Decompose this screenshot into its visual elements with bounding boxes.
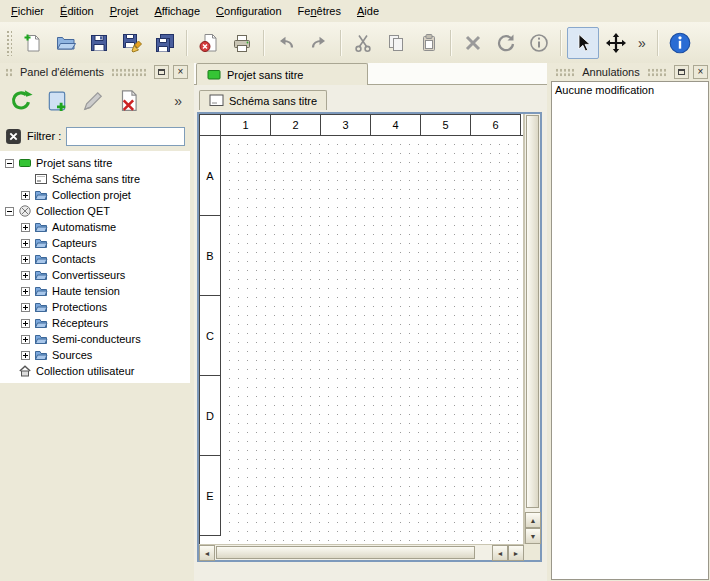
edit-element-button[interactable]: [78, 86, 108, 116]
clear-filter-button[interactable]: [5, 128, 22, 145]
row-header: E: [200, 456, 221, 536]
toolbar-grip[interactable]: [6, 30, 12, 56]
close-dock-button[interactable]: ×: [693, 65, 708, 79]
tree-item-contacts[interactable]: Contacts: [0, 251, 190, 267]
menu-edition[interactable]: Édition: [52, 1, 102, 21]
menu-aide[interactable]: Aide: [349, 1, 387, 21]
menu-configuration[interactable]: Configuration: [208, 1, 289, 21]
scroll-down-button[interactable]: ▼: [525, 528, 541, 544]
scroll-up-button[interactable]: ▲: [525, 512, 541, 528]
collapse-expander-icon[interactable]: [5, 207, 14, 216]
tree-item-collection-projet[interactable]: Collection projet: [0, 187, 190, 203]
new-document-button[interactable]: [17, 27, 49, 59]
expand-expander-icon[interactable]: [21, 287, 30, 296]
redo-button[interactable]: [303, 27, 335, 59]
tree-item-haute-tension[interactable]: Haute tension: [0, 283, 190, 299]
horizontal-scrollbar[interactable]: ◄ ◄ ►: [199, 544, 524, 560]
print-button[interactable]: [226, 27, 258, 59]
undo-button[interactable]: [270, 27, 302, 59]
toolbar-overflow-button[interactable]: »: [633, 35, 651, 51]
copy-button[interactable]: [380, 27, 412, 59]
tab-schema-sans-titre[interactable]: Schéma sans titre: [199, 90, 327, 110]
menu-affichage[interactable]: Affichage: [146, 1, 208, 21]
delete-button[interactable]: [457, 27, 489, 59]
toolbar-separator: [450, 30, 452, 56]
project-icon: [207, 69, 221, 81]
close-file-button[interactable]: [193, 27, 225, 59]
expand-expander-icon[interactable]: [21, 335, 30, 344]
horizontal-scrollbar-thumb[interactable]: [216, 546, 475, 559]
scroll-left-button[interactable]: ◄: [199, 545, 215, 561]
panel-toolbar-overflow-button[interactable]: »: [174, 93, 184, 109]
tree-item-collection-utilisateur[interactable]: Collection utilisateur: [0, 363, 190, 379]
tree-item-semi-conducteurs[interactable]: Semi-conducteurs: [0, 331, 190, 347]
scroll-left-button[interactable]: ◄: [492, 545, 508, 561]
redo-icon: [308, 32, 330, 54]
tree-item-sources[interactable]: Sources: [0, 347, 190, 363]
elements-panel-titlebar[interactable]: Panel d'éléments ×: [0, 63, 190, 81]
tree-item-recepteurs[interactable]: Récepteurs: [0, 315, 190, 331]
schema-grid[interactable]: [222, 137, 523, 544]
new-element-button[interactable]: [42, 86, 72, 116]
filter-input[interactable]: [66, 127, 185, 146]
reload-collections-button[interactable]: [6, 86, 36, 116]
new-element-icon: [44, 88, 70, 114]
menu-fenetres[interactable]: Fenêtres: [290, 1, 349, 21]
tree-item-protections[interactable]: Protections: [0, 299, 190, 315]
close-icon: ×: [698, 67, 704, 77]
new-document-icon: [22, 32, 44, 54]
project-icon: [18, 156, 32, 170]
expand-expander-icon[interactable]: [21, 239, 30, 248]
information-button[interactable]: [523, 27, 555, 59]
select-tool-button[interactable]: [567, 27, 599, 59]
rotate-button[interactable]: [490, 27, 522, 59]
expand-expander-icon[interactable]: [21, 319, 30, 328]
menu-fichier[interactable]: Fichier: [3, 1, 52, 21]
project-tab-label: Projet sans titre: [227, 69, 303, 81]
elements-panel-dock: Panel d'éléments × » Filtrer : Projet sa…: [0, 63, 190, 581]
paste-button[interactable]: [413, 27, 445, 59]
folder-icon: [34, 348, 48, 362]
open-project-button[interactable]: [50, 27, 82, 59]
tree-item-convertisseurs[interactable]: Convertisseurs: [0, 267, 190, 283]
scroll-right-button[interactable]: ►: [508, 545, 524, 561]
expand-expander-icon[interactable]: [21, 255, 30, 264]
tree-item-capteurs[interactable]: Capteurs: [0, 235, 190, 251]
about-button[interactable]: [664, 27, 696, 59]
undo-dock-titlebar[interactable]: Annulations ×: [550, 63, 710, 81]
save-all-button[interactable]: [149, 27, 181, 59]
delete-element-button[interactable]: [114, 86, 144, 116]
expand-expander-icon[interactable]: [21, 191, 30, 200]
tree-item-collection-qet[interactable]: Collection QET: [0, 203, 190, 219]
folder-icon: [34, 284, 48, 298]
rotate-icon: [495, 32, 517, 54]
tree-item-label: Protections: [52, 301, 107, 313]
schema-sheet[interactable]: 1 2 3 4 5 6 A B C D E: [199, 114, 524, 544]
undo-dock-title: Annulations: [582, 66, 640, 78]
close-dock-button[interactable]: ×: [173, 65, 188, 79]
tree-item-automatisme[interactable]: Automatisme: [0, 219, 190, 235]
collapse-expander-icon[interactable]: [5, 159, 14, 168]
tree-item-schema-sans-titre[interactable]: Schéma sans titre: [0, 171, 190, 187]
pan-tool-button[interactable]: [600, 27, 632, 59]
expand-expander-icon[interactable]: [21, 223, 30, 232]
undo-history-list[interactable]: Aucune modification: [551, 81, 709, 580]
vertical-scrollbar-thumb[interactable]: [526, 115, 539, 508]
expand-expander-icon[interactable]: [21, 351, 30, 360]
save-as-button[interactable]: [116, 27, 148, 59]
float-dock-button[interactable]: [674, 65, 689, 79]
vertical-scrollbar[interactable]: ▲ ▼: [524, 114, 540, 544]
menu-projet[interactable]: Projet: [102, 1, 147, 21]
tree-item-projet-sans-titre[interactable]: Projet sans titre: [0, 155, 190, 171]
expand-expander-icon[interactable]: [21, 271, 30, 280]
filter-label: Filtrer :: [27, 130, 61, 142]
schema-icon: [209, 94, 224, 107]
elements-panel-toolbar: »: [0, 81, 190, 121]
save-button[interactable]: [83, 27, 115, 59]
float-dock-button[interactable]: [154, 65, 169, 79]
tab-projet-sans-titre[interactable]: Projet sans titre: [196, 63, 368, 85]
left-arrow-icon: ◄: [204, 550, 211, 557]
expand-expander-icon[interactable]: [21, 303, 30, 312]
collections-tree: Projet sans titre Schéma sans titre Coll…: [0, 151, 190, 383]
cut-button[interactable]: [347, 27, 379, 59]
